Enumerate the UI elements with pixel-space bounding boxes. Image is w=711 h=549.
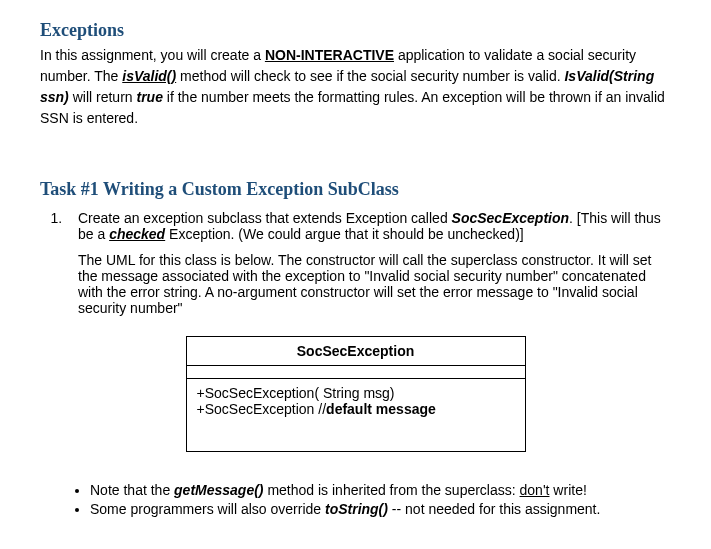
- note2-text-1: Some programmers will also override: [90, 501, 325, 517]
- isvalid-method-1: isValid(): [122, 68, 176, 84]
- heading-task1: Task #1 Writing a Custom Exception SubCl…: [40, 179, 671, 200]
- intro-text-1: In this assignment, you will create a: [40, 47, 265, 63]
- intro-text-4: will return: [69, 89, 137, 105]
- tostring-method: toString(): [325, 501, 388, 517]
- non-interactive-label: NON-INTERACTIVE: [265, 47, 394, 63]
- checked-label: checked: [109, 226, 165, 242]
- task-item-1: Create an exception subclass that extend…: [66, 210, 671, 316]
- socsec-exception-name: SocSecException: [452, 210, 570, 226]
- note1-text-2: method is inherited from the superclass:: [264, 482, 520, 498]
- notes-list: Note that the getMessage() method is inh…: [40, 482, 671, 517]
- intro-text-3: method will check to see if the social s…: [176, 68, 564, 84]
- note1-text-3: write!: [549, 482, 586, 498]
- uml-table: SocSecException +SocSecException( String…: [186, 336, 526, 452]
- uml-method-2-comment: default message: [326, 401, 436, 417]
- task1-uml-description: The UML for this class is below. The con…: [78, 252, 671, 316]
- uml-method-2-sig: +SocSecException //: [197, 401, 327, 417]
- note2-text-2: -- not needed for this assignment.: [388, 501, 600, 517]
- getmessage-method: getMessage(): [174, 482, 263, 498]
- note-item-2: Some programmers will also override toSt…: [90, 501, 671, 517]
- intro-paragraph: In this assignment, you will create a NO…: [40, 45, 671, 129]
- task-list: Create an exception subclass that extend…: [40, 210, 671, 316]
- uml-method-1: +SocSecException( String msg): [197, 385, 515, 401]
- dont-label: don't: [520, 482, 550, 498]
- uml-diagram-wrapper: SocSecException +SocSecException( String…: [40, 336, 671, 452]
- uml-methods-section: +SocSecException( String msg) +SocSecExc…: [186, 379, 525, 452]
- task1-text-1: Create an exception subclass that extend…: [78, 210, 452, 226]
- uml-attributes-section: [186, 366, 525, 379]
- uml-class-name: SocSecException: [186, 337, 525, 366]
- uml-method-2: +SocSecException //default message: [197, 401, 515, 417]
- true-literal: true: [136, 89, 162, 105]
- note1-text-1: Note that the: [90, 482, 174, 498]
- heading-exceptions: Exceptions: [40, 20, 671, 41]
- task1-text-3: Exception. (We could argue that it shoul…: [165, 226, 524, 242]
- note-item-1: Note that the getMessage() method is inh…: [90, 482, 671, 498]
